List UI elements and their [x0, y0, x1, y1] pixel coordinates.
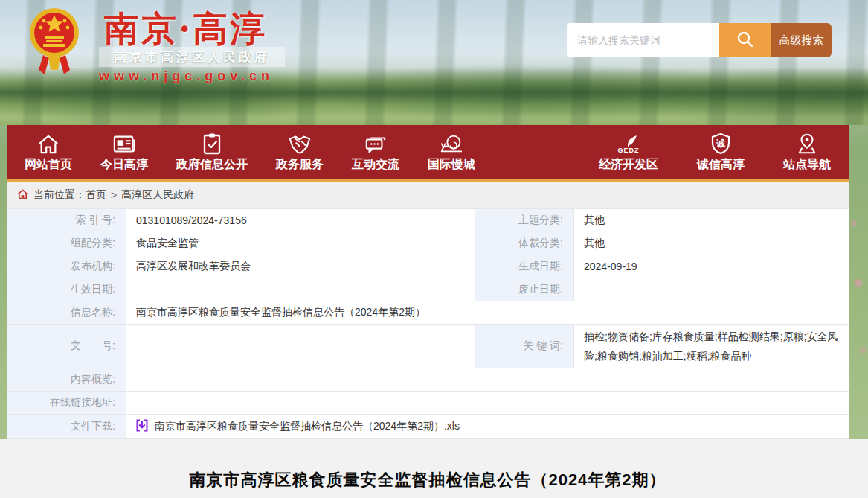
clipboard-check-icon	[202, 131, 222, 155]
genre-category-value: 其他	[574, 232, 849, 255]
table-row: 索 引 号: 013101089/2024-73156 主题分类: 其他	[7, 209, 849, 232]
site-url: www.njgc.gov.cn	[99, 68, 274, 84]
file-download-label: 文件下载:	[7, 415, 126, 439]
site-subtitle: 南京市高淳区人民政府	[114, 48, 270, 66]
breadcrumb: 当前位置： 首页 > 高淳区人民政府	[7, 182, 849, 208]
nav-item-home[interactable]: 网站首页	[25, 131, 72, 173]
file-download-link[interactable]: 南京市高淳区粮食质量安全监督抽检信息公告（2024年第2期）.xls	[136, 419, 460, 434]
genre-category-label: 体裁分类:	[475, 232, 574, 255]
index-no-value: 013101089/2024-73156	[126, 209, 475, 232]
effective-date-label: 生效日期:	[7, 278, 126, 301]
site-header: 南京·高淳 南京市高淳区人民政府 www.njgc.gov.cn 高级搜索	[0, 0, 868, 125]
advanced-search-button[interactable]: 高级搜索	[771, 23, 832, 57]
breadcrumb-home-icon	[17, 189, 28, 202]
home-icon	[37, 131, 60, 155]
article-title: 南京市高淳区粮食质量安全监督抽检信息公告（2024年第2期）	[7, 439, 849, 491]
breadcrumb-separator: >	[111, 189, 117, 201]
breadcrumb-prefix: 当前位置：	[33, 188, 86, 202]
file-download-name: 南京市高淳区粮食质量安全监督抽检信息公告（2024年第2期）.xls	[155, 420, 460, 433]
location-pin-icon	[796, 131, 818, 155]
main-nav: 网站首页 今日高淳 政府信息公开	[7, 125, 849, 182]
group-category-label: 组配分类:	[7, 232, 126, 255]
publish-org-value: 高淳区发展和改革委员会	[126, 255, 475, 278]
info-name-value: 南京市高淳区粮食质量安全监督抽检信息公告（2024年第2期）	[126, 301, 849, 325]
search-input[interactable]	[567, 23, 719, 57]
table-row: 内容概览:	[7, 368, 849, 392]
nav-item-integrity[interactable]: 诚 诚信高淳	[697, 131, 745, 173]
integrity-shield-icon: 诚	[711, 131, 730, 155]
effective-date-value	[126, 278, 475, 301]
nav-item-today[interactable]: 今日高淳	[100, 131, 148, 173]
table-row: 在线链接地址:	[7, 392, 849, 415]
doc-no-value	[126, 325, 475, 368]
article-title-section: 南京市高淳区粮食质量安全监督抽检信息公告（2024年第2期）	[0, 439, 868, 498]
search-bar: 高级搜索	[567, 23, 832, 57]
table-row: 发布机构: 高淳区发展和改革委员会 生成日期: 2024-09-19	[7, 255, 849, 278]
online-link-label: 在线链接地址:	[7, 392, 126, 415]
breadcrumb-link-home[interactable]: 首页	[86, 188, 106, 202]
topic-category-label: 主题分类:	[475, 209, 574, 232]
nav-item-slow-city[interactable]: 国际慢城	[428, 131, 475, 173]
nav-item-interaction[interactable]: 互动交流	[352, 131, 399, 173]
info-name-label: 信息名称:	[7, 301, 126, 325]
breadcrumb-link-current[interactable]: 高淳区人民政府	[121, 188, 194, 202]
create-date-label: 生成日期:	[475, 255, 574, 278]
nav-item-site-navigation[interactable]: 站点导航	[783, 131, 831, 173]
handshake-icon	[287, 131, 312, 155]
create-date-value: 2024-09-19	[574, 255, 849, 278]
table-row: 文 号: 关 键 词: 抽检;物资储备;库存粮食质量;样品检测结果;原粮;安全风…	[7, 325, 849, 368]
online-link-value	[126, 392, 849, 415]
download-icon	[136, 419, 148, 434]
search-icon	[736, 30, 755, 51]
publish-org-label: 发布机构:	[7, 255, 126, 278]
nav-item-economic-zone[interactable]: GEDZ 经济开发区	[599, 131, 658, 173]
keywords-label: 关 键 词:	[475, 325, 574, 368]
abolish-date-label: 废止日期:	[475, 278, 574, 301]
snail-icon	[439, 131, 464, 155]
index-no-label: 索 引 号:	[7, 209, 126, 232]
doc-no-label: 文 号:	[7, 325, 126, 368]
site-subtitle-band: 南京市高淳区人民政府	[99, 47, 285, 67]
content-overview-value	[126, 368, 849, 392]
gedz-icon: GEDZ	[617, 131, 639, 155]
national-emblem-logo	[28, 4, 80, 82]
table-row: 信息名称: 南京市高淳区粮食质量安全监督抽检信息公告（2024年第2期）	[7, 301, 849, 325]
keywords-value: 抽检;物资储备;库存粮食质量;样品检测结果;原粮;安全风险;粮食购销;粮油加工;…	[574, 325, 849, 368]
table-row: 文件下载: 南京市高淳区粮食质量安全监督抽检信息公告（2024年第2期）.xls	[7, 415, 849, 439]
nav-item-info-disclosure[interactable]: 政府信息公开	[176, 131, 248, 173]
nav-item-services[interactable]: 政务服务	[276, 131, 324, 173]
table-row: 生效日期: 废止日期:	[7, 278, 849, 301]
info-disclosure-table: 索 引 号: 013101089/2024-73156 主题分类: 其他 组配分…	[7, 208, 849, 439]
table-row: 组配分类: 食品安全监管 体裁分类: 其他	[7, 232, 849, 255]
site-title: 南京·高淳	[104, 6, 267, 53]
svg-text:诚: 诚	[716, 138, 725, 149]
search-button[interactable]	[719, 23, 771, 57]
group-category-value: 食品安全监管	[126, 232, 475, 255]
content-overview-label: 内容概览:	[7, 368, 126, 392]
abolish-date-value	[574, 278, 849, 301]
chat-icon	[364, 131, 388, 155]
topic-category-value: 其他	[574, 209, 849, 232]
news-icon	[112, 131, 136, 155]
